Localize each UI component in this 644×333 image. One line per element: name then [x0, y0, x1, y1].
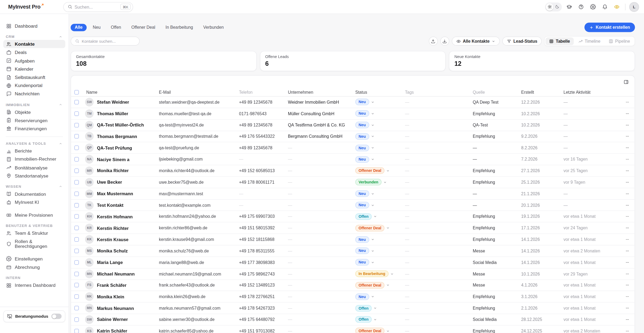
sidebar-item-kontakte[interactable]: Kontakte [3, 40, 65, 48]
row-checkbox[interactable] [74, 146, 79, 150]
create-contact-button[interactable]: Kontakt erstellen [585, 23, 635, 32]
row-menu-button[interactable] [623, 133, 631, 140]
consult-mode-toggle[interactable] [51, 314, 61, 319]
export-button[interactable] [440, 37, 449, 46]
row-checkbox[interactable] [74, 249, 79, 253]
chevron-down-icon[interactable] [390, 272, 394, 276]
status-badge[interactable]: Neu [355, 122, 369, 128]
row-checkbox[interactable] [74, 226, 79, 230]
sidebar-item-bonitätsanalyse[interactable]: Bonitätsanalyse [3, 163, 65, 172]
row-menu-button[interactable] [623, 224, 631, 232]
view-tab-timeline[interactable]: Timeline [575, 37, 604, 45]
sidebar-item-meine-provisionen[interactable]: Meine Provisionen [3, 211, 65, 219]
chevron-down-icon[interactable] [371, 112, 374, 115]
row-menu-button[interactable] [623, 236, 631, 243]
status-badge[interactable]: Neu [355, 190, 369, 197]
row-checkbox[interactable] [74, 203, 79, 207]
row-checkbox[interactable] [74, 180, 79, 184]
sidebar-item-internes-dashboard[interactable]: Internes Dashboard [3, 281, 65, 289]
chevron-down-icon[interactable] [371, 135, 374, 138]
row-checkbox[interactable] [74, 237, 79, 242]
row-menu-button[interactable] [623, 259, 631, 266]
sidebar-item-dokumentation[interactable]: Dokumentation [3, 190, 65, 198]
select-all-checkbox[interactable] [74, 90, 79, 94]
sidebar-item-finanzierungen[interactable]: Finanzierungen [3, 125, 65, 133]
row-checkbox[interactable] [74, 191, 79, 196]
chevron-down-icon[interactable] [374, 306, 377, 310]
view-mode-button[interactable] [612, 2, 621, 11]
chevron-up-icon[interactable] [59, 103, 63, 107]
chevron-down-icon[interactable] [371, 203, 374, 207]
row-menu-button[interactable] [623, 167, 631, 175]
chevron-down-icon[interactable] [371, 249, 374, 253]
contact-search-input[interactable] [82, 39, 135, 44]
theme-toggle[interactable] [545, 2, 562, 11]
theme-light-button[interactable] [546, 3, 553, 10]
sidebar-item-selbstauskunft[interactable]: Selbstauskunft [3, 73, 65, 81]
user-avatar[interactable]: L [629, 2, 639, 12]
chevron-down-icon[interactable] [374, 318, 377, 321]
help-button[interactable] [577, 2, 586, 11]
sidebar-item-aufgaben[interactable]: Aufgaben [3, 57, 65, 65]
status-badge[interactable]: Neu [355, 110, 369, 117]
status-badge[interactable]: Offener Deal [355, 282, 385, 288]
chevron-down-icon[interactable] [371, 157, 374, 161]
status-badge[interactable]: Neu [355, 133, 369, 140]
filter-tab-offen[interactable]: Offen [107, 24, 125, 31]
chevron-up-icon[interactable] [59, 142, 63, 145]
theme-dark-button[interactable] [554, 3, 561, 10]
import-button[interactable] [429, 37, 438, 46]
sidebar-item-objekte[interactable]: Objekte [3, 108, 65, 116]
row-checkbox[interactable] [74, 157, 79, 162]
status-badge[interactable]: Offen [355, 316, 372, 323]
row-menu-button[interactable] [623, 293, 631, 301]
filter-tab-in-bearbeitung[interactable]: In Bearbeitung [162, 24, 197, 31]
view-tab-pipeline[interactable]: Pipeline [605, 37, 634, 45]
sidebar-item-dashboard[interactable]: Dashboard [3, 22, 65, 30]
row-menu-button[interactable] [623, 281, 631, 289]
filter-tab-verbunden[interactable]: Verbunden [199, 24, 228, 31]
sidebar-item-kundenportal[interactable]: Kundenportal [3, 81, 65, 90]
chevron-up-icon[interactable] [59, 185, 63, 189]
status-badge[interactable]: Offener Deal [355, 328, 385, 333]
row-checkbox[interactable] [74, 283, 79, 288]
row-checkbox[interactable] [74, 329, 79, 333]
chevron-down-icon[interactable] [386, 329, 390, 333]
row-menu-button[interactable] [623, 270, 631, 278]
row-menu-button[interactable] [623, 213, 631, 220]
filter-tab-offener-deal[interactable]: Offener Deal [127, 24, 159, 31]
notifications-button[interactable] [601, 2, 610, 11]
lead-status-filter-button[interactable]: Lead-Status [502, 37, 542, 46]
status-badge[interactable]: Offen [355, 213, 372, 220]
row-menu-button[interactable] [623, 316, 631, 323]
row-menu-button[interactable] [623, 156, 631, 163]
status-badge[interactable]: Verbunden [355, 179, 382, 185]
status-badge[interactable]: Offener Deal [355, 168, 385, 174]
sidebar-item-myinvest-ki[interactable]: MyInvest KI [3, 198, 65, 207]
sidebar-item-rollen-berechtigungen[interactable]: Rollen & Berechtigungen [3, 237, 65, 250]
row-checkbox[interactable] [74, 260, 79, 265]
row-menu-button[interactable] [623, 247, 631, 255]
row-menu-button[interactable] [623, 305, 631, 312]
chevron-down-icon[interactable] [371, 238, 374, 241]
sidebar-item-deals[interactable]: Deals [3, 48, 65, 57]
chevron-down-icon[interactable] [386, 283, 390, 287]
chevron-down-icon[interactable] [374, 215, 377, 219]
chevron-down-icon[interactable] [371, 100, 374, 104]
sidebar-item-immobilien-rechner[interactable]: Immobilien-Rechner [3, 155, 65, 163]
view-tab-tabelle[interactable]: Tabelle [546, 37, 574, 45]
status-badge[interactable]: Neu [355, 259, 369, 266]
status-badge[interactable]: Offener Deal [355, 225, 385, 231]
chevron-down-icon[interactable] [371, 146, 374, 150]
row-checkbox[interactable] [74, 123, 79, 127]
status-badge[interactable]: Neu [355, 156, 369, 162]
row-menu-button[interactable] [623, 110, 631, 117]
status-badge[interactable]: Neu [355, 293, 369, 300]
row-checkbox[interactable] [74, 317, 79, 322]
chevron-down-icon[interactable] [371, 295, 374, 299]
sidebar-item-team-struktur[interactable]: Team & Struktur [3, 229, 65, 237]
filter-tab-alle[interactable]: Alle [71, 24, 87, 31]
academy-button[interactable] [565, 2, 574, 11]
sidebar-item-abrechnung[interactable]: Abrechnung [3, 263, 65, 271]
row-checkbox[interactable] [74, 134, 79, 139]
